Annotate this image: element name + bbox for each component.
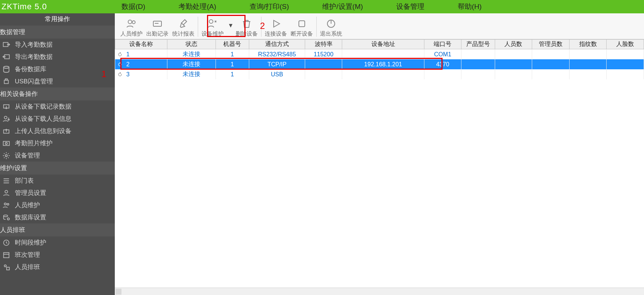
side-section-shift: 人员排班 bbox=[0, 223, 115, 236]
table-row[interactable]: 2未连接1TCP/IP192.168.1.2014370 bbox=[115, 59, 644, 69]
sidebar-item-label: 从设备下载人员信息 bbox=[15, 115, 71, 123]
sidebar-item-db[interactable]: 数据库设置 bbox=[0, 211, 115, 223]
download-icon bbox=[2, 103, 10, 110]
menu-items: 数据(D) 考勤处理(A) 查询/打印(S) 维护/设置(M) 设备管理 帮助(… bbox=[115, 2, 481, 11]
grid-col-header[interactable]: 指纹数 bbox=[569, 40, 607, 49]
pen-icon bbox=[177, 18, 189, 30]
sidebar-item-personnel[interactable]: 人员维护 bbox=[0, 199, 115, 211]
sidebar: 常用操作 数据管理 导入考勤数据 导出考勤数据 备份数据库 USB闪盘管理 相关… bbox=[0, 13, 115, 295]
grid-cell bbox=[607, 49, 644, 60]
menu-attend[interactable]: 考勤处理(A) bbox=[178, 2, 216, 11]
grid-col-header[interactable]: 机器号 bbox=[216, 40, 249, 49]
menu-maintain[interactable]: 维护/设置(M) bbox=[322, 2, 363, 11]
sidebar-item-label: 管理员设置 bbox=[15, 189, 46, 197]
sidebar-item-label: 数据库设置 bbox=[15, 213, 46, 222]
grid-col-header[interactable]: 人员数 bbox=[495, 40, 532, 49]
grid-col-header[interactable]: 端口号 bbox=[424, 40, 461, 49]
tool-connect[interactable]: 连接设备 bbox=[263, 18, 289, 38]
tool-device-maint[interactable]: 设备维护 bbox=[200, 18, 226, 38]
sidebar-item-label: 导出考勤数据 bbox=[15, 53, 53, 61]
svg-rect-17 bbox=[4, 252, 9, 258]
grid-cell: 未连接 bbox=[167, 49, 216, 60]
grid-col-header[interactable]: 通信方式 bbox=[249, 40, 305, 49]
sidebar-item-label: 班次管理 bbox=[15, 251, 40, 259]
tool-label: 退出系统 bbox=[320, 30, 342, 37]
sidebar-item-backup[interactable]: 备份数据库 bbox=[0, 63, 115, 75]
grid-cell: TCP/IP bbox=[249, 59, 305, 69]
sidebar-item-dept[interactable]: 部门表 bbox=[0, 175, 115, 187]
grid-header-row: 设备名称状态机器号通信方式波特率设备地址端口号产品型号人员数管理员数指纹数人脸数 bbox=[115, 40, 644, 49]
menu-query[interactable]: 查询/打印(S) bbox=[250, 2, 289, 11]
grid-cell bbox=[569, 49, 607, 60]
sidebar-item-label: 考勤照片维护 bbox=[15, 139, 53, 148]
grid-col-header[interactable]: 设备地址 bbox=[342, 40, 424, 49]
calendar-icon bbox=[2, 251, 10, 259]
grid-col-header[interactable]: 产品型号 bbox=[461, 40, 495, 49]
svg-point-14 bbox=[4, 215, 8, 217]
tool-device-maint-dropdown[interactable]: 设备维护 ▼ bbox=[200, 18, 234, 38]
grid-cell bbox=[495, 49, 532, 60]
sidebar-item-upload-users[interactable]: 上传人员信息到设备 bbox=[0, 125, 115, 137]
svg-point-18 bbox=[4, 265, 7, 267]
users-icon bbox=[126, 18, 137, 30]
grid-cell: RS232/RS485 bbox=[249, 49, 305, 60]
table-row[interactable]: 1未连接1RS232/RS485115200COM1 bbox=[115, 49, 644, 60]
svg-point-13 bbox=[7, 203, 9, 205]
tool-disconnect[interactable]: 断开设备 bbox=[289, 18, 315, 38]
sidebar-item-admin[interactable]: 管理员设置 bbox=[0, 187, 115, 199]
tool-exit[interactable]: 退出系统 bbox=[318, 18, 344, 38]
menu-help[interactable]: 帮助(H) bbox=[458, 2, 481, 11]
svg-rect-8 bbox=[3, 141, 10, 145]
db-gear-icon bbox=[2, 214, 10, 221]
grid-col-header[interactable]: 设备名称 bbox=[115, 40, 167, 49]
grid-cell bbox=[424, 69, 461, 79]
side-section-maintain: 维护/设置 bbox=[0, 162, 115, 175]
sidebar-item-usb[interactable]: USB闪盘管理 bbox=[0, 75, 115, 87]
side-section-device-ops: 相关设备操作 bbox=[0, 87, 115, 100]
grid-cell bbox=[569, 69, 607, 79]
list-icon bbox=[2, 177, 10, 185]
grid-col-header[interactable]: 管理员数 bbox=[532, 40, 570, 49]
svg-point-9 bbox=[5, 142, 7, 145]
tool-label: 出勤记录 bbox=[146, 30, 168, 37]
separator bbox=[261, 17, 261, 37]
grid-col-header[interactable]: 状态 bbox=[167, 40, 216, 49]
sidebar-item-device-mgmt[interactable]: 设备管理 bbox=[0, 149, 115, 162]
sidebar-item-timeperiod[interactable]: 时间段维护 bbox=[0, 236, 115, 249]
grid-cell bbox=[532, 59, 570, 69]
svg-point-23 bbox=[209, 20, 213, 23]
sidebar-item-dl-users[interactable]: 从设备下载人员信息 bbox=[0, 113, 115, 125]
sidebar-item-export[interactable]: 导出考勤数据 bbox=[0, 51, 115, 63]
users-icon bbox=[2, 202, 10, 209]
tool-attendance[interactable]: 出勤记录 bbox=[144, 18, 170, 38]
export-icon bbox=[2, 53, 10, 61]
tool-delete-device[interactable]: 删除设备 bbox=[234, 18, 260, 38]
svg-point-12 bbox=[4, 203, 7, 205]
menu-device[interactable]: 设备管理 bbox=[396, 2, 424, 11]
tool-report[interactable]: 统计报表 bbox=[170, 18, 196, 38]
scrollbar-left-button[interactable] bbox=[116, 289, 121, 295]
sidebar-item-shift[interactable]: 班次管理 bbox=[0, 249, 115, 261]
sidebar-item-import[interactable]: 导入考勤数据 bbox=[0, 39, 115, 51]
menu-data[interactable]: 数据(D) bbox=[121, 2, 145, 11]
grid-col-header[interactable]: 波特率 bbox=[305, 40, 342, 49]
table-row[interactable]: 3未连接1USB bbox=[115, 69, 644, 79]
device-grid-wrap: 设备名称状态机器号通信方式波特率设备地址端口号产品型号人员数管理员数指纹数人脸数… bbox=[115, 39, 644, 295]
svg-rect-24 bbox=[299, 21, 305, 27]
sidebar-item-label: 时间段维护 bbox=[15, 238, 46, 247]
tool-label: 统计报表 bbox=[172, 30, 194, 37]
grid-cell: 192.168.1.201 bbox=[342, 59, 424, 69]
svg-point-6 bbox=[4, 116, 7, 119]
device-grid[interactable]: 设备名称状态机器号通信方式波特率设备地址端口号产品型号人员数管理员数指纹数人脸数… bbox=[115, 39, 644, 79]
user-icon bbox=[2, 189, 10, 197]
horizontal-scrollbar[interactable] bbox=[115, 288, 644, 295]
sidebar-item-label: 从设备下载记录数据 bbox=[15, 102, 71, 111]
grid-cell: 未连接 bbox=[167, 59, 216, 69]
sidebar-item-schedule[interactable]: 人员排班 bbox=[0, 261, 115, 273]
svg-point-15 bbox=[7, 218, 10, 220]
grid-cell: 未连接 bbox=[167, 69, 216, 79]
grid-col-header[interactable]: 人脸数 bbox=[607, 40, 644, 49]
sidebar-item-photo[interactable]: 考勤照片维护 bbox=[0, 137, 115, 149]
tool-personnel[interactable]: 人员维护 bbox=[119, 18, 144, 38]
sidebar-item-dl-records[interactable]: 从设备下载记录数据 bbox=[0, 100, 115, 113]
